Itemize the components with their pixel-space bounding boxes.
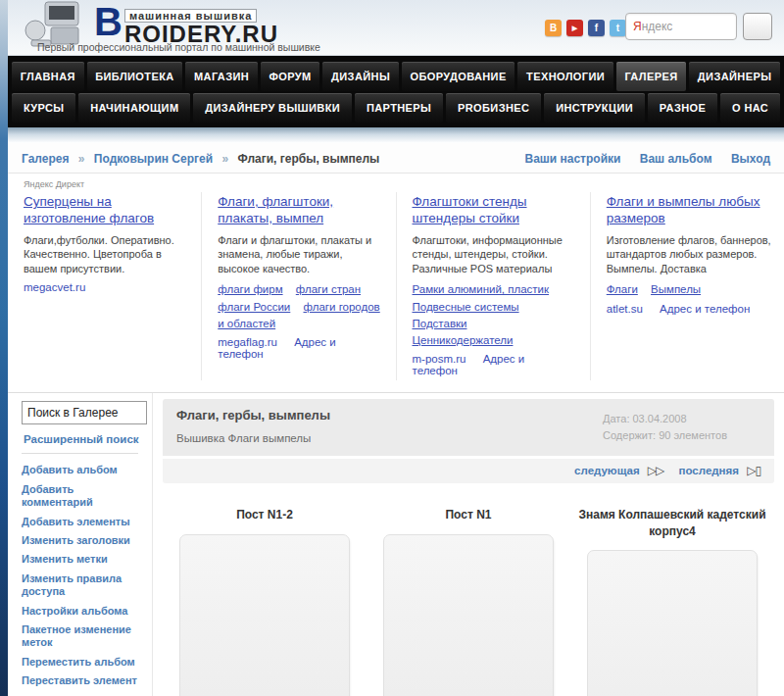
nav-item-dizayny[interactable]: ДИЗАЙНЫ (322, 62, 398, 91)
breadcrumb-separator: » (78, 152, 85, 166)
facebook-icon[interactable]: f (588, 20, 605, 36)
nav-item-glavnaya[interactable]: ГЛАВНАЯ (12, 62, 84, 91)
next-page-icon[interactable]: ▷▷ (648, 464, 663, 477)
gallery-card: Пост N1 Дата: 10.06.2015 Новый « операци… (367, 507, 570, 696)
nav-item-kursy[interactable]: КУРСЫ (12, 93, 75, 123)
ad-sublink[interactable]: флаги России (218, 301, 290, 313)
gallery-card: Знамя Колпашевский кадетский корпус4 Дат… (570, 507, 774, 696)
advanced-search: Расширенный поиск (24, 433, 146, 445)
ad-domain-link[interactable]: atlet.su (607, 303, 643, 315)
nav-item-magazin[interactable]: МАГАЗИН (185, 62, 258, 91)
ad-links: Рамки алюминий, пластик Подвесные систем… (413, 281, 580, 349)
album-meta: Дата: 03.04.2008 Содержит: 90 элементов (603, 408, 760, 444)
album-header: Флаги, гербы, вымпелы Вышивка Флаги вымп… (163, 399, 774, 456)
ad-domain-link[interactable]: megaflag.ru (218, 336, 277, 348)
site-header: B машинная вышивка ROIDERY.RU Первый про… (8, 0, 784, 56)
sidebar-item-add-album[interactable]: Добавить альбом (22, 464, 146, 476)
nav-item-dizaynery[interactable]: ДИЗАЙНЕРЫ (689, 62, 780, 91)
social-links: B ▶ f t (545, 20, 626, 36)
card-title[interactable]: Знамя Колпашевский кадетский корпус4 (578, 507, 766, 538)
nav-item-tekhnologii[interactable]: ТЕХНОЛОГИИ (517, 62, 612, 91)
ad-footer: atlet.su Адрес и телефон (607, 303, 774, 315)
ad-links: Флаги Вымпелы (607, 281, 774, 298)
sidebar-item-add-comment[interactable]: Добавить комментарий (22, 483, 146, 510)
ad-links: флаги фирм флаги стран флаги России флаг… (218, 281, 385, 332)
sidebar-item-move-album[interactable]: Переместить альбом (22, 656, 146, 669)
ad-footer: m-posm.ru Адрес и телефон (413, 353, 580, 376)
ad-item: Флаги и вымпелы любых размеров Изготовле… (591, 192, 784, 380)
breadcrumb-current: Флаги, гербы, вымпелы (237, 152, 379, 166)
ad-title-link[interactable]: Флаги и вымпелы любых размеров (607, 194, 774, 227)
nav-item-probiznes[interactable]: PROБИЗНЕС (446, 93, 541, 123)
ad-domain-link[interactable]: m-posm.ru (413, 353, 466, 365)
page: B машинная вышивка ROIDERY.RU Первый про… (0, 0, 784, 696)
nav-item-raznoe[interactable]: РАЗНОЕ (648, 93, 717, 123)
user-settings-link[interactable]: Ваши настройки (524, 152, 620, 166)
card-title[interactable]: Пост N1-2 (171, 507, 359, 522)
ad-sublink[interactable]: Рамки алюминий, пластик (413, 283, 550, 295)
site-tagline: Первый профессиональный портал по машинн… (37, 41, 320, 53)
nav-item-forum[interactable]: ФОРУМ (261, 62, 320, 91)
ad-title-link[interactable]: Флагштоки стенды штендеры стойки (413, 194, 580, 227)
sidebar-divider (22, 453, 138, 454)
nav-item-instruktsii[interactable]: ИНСТРУКЦИИ (544, 93, 645, 123)
breadcrumb-author-link[interactable]: Подковырин Сергей (94, 152, 213, 166)
ad-domain-link[interactable]: megacvet.ru (24, 281, 85, 293)
nav-item-oborudovanie[interactable]: ОБОРУДОВАНИЕ (402, 62, 515, 91)
gallery-card: Пост N1-2 Дата: 10.06.2015 Новый « опера… (163, 507, 367, 696)
nav-item-partnery[interactable]: ПАРТНЕРЫ (355, 93, 443, 123)
sidebar-item-edit-titles[interactable]: Изменить заголовки (22, 534, 146, 547)
ad-title-link[interactable]: Суперцены на изготовление флагов (24, 194, 191, 227)
yandex-search-input[interactable] (626, 14, 736, 39)
card-title[interactable]: Пост N1 (374, 507, 563, 522)
nav-item-o-nas[interactable]: О НАС (720, 93, 780, 123)
sidebar-menu: Добавить альбом Добавить комментарий Доб… (22, 464, 146, 696)
user-album-link[interactable]: Ваш альбом (640, 152, 712, 166)
ad-sublink[interactable]: флаги стран (296, 283, 361, 295)
sidebar-item-edit-permissions[interactable]: Изменить правила доступа (22, 572, 146, 599)
last-page-icon[interactable]: ▷▯ (747, 464, 760, 477)
left-accent-strip (0, 0, 8, 696)
nav-item-galereya-active[interactable]: ГАЛЕРЕЯ (616, 62, 686, 91)
ad-contact-link[interactable]: Адрес и телефон (660, 303, 750, 315)
gallery-search-input[interactable] (22, 401, 147, 424)
album-subtitle: Вышивка Флаги вымпелы (176, 432, 330, 444)
card-thumbnail[interactable] (179, 534, 350, 696)
ad-body: Флаги,футболки. Оперативно. Качественно.… (24, 233, 191, 276)
sidebar-item-album-settings[interactable]: Настройки альбома (22, 605, 146, 618)
search-button[interactable] (743, 13, 772, 40)
ad-sublink[interactable]: Ценникодержатели (413, 334, 514, 346)
card-thumbnail[interactable] (587, 550, 758, 696)
nav-shadow (8, 127, 784, 143)
sidebar-item-edit-tags[interactable]: Изменить метки (22, 553, 146, 566)
ad-sublink[interactable]: Подвесные системы (413, 301, 519, 313)
logout-link[interactable]: Выход (731, 152, 770, 166)
nav-item-biblioteka[interactable]: БИБЛИОТЕКА (87, 62, 183, 91)
sidebar: Расширенный поиск Добавить альбом Добави… (8, 393, 153, 696)
youtube-icon[interactable]: ▶ (566, 20, 583, 36)
brand-initial: B (94, 1, 122, 42)
ad-sublink[interactable]: Флаги (607, 283, 638, 295)
ad-title-link[interactable]: Флаги, флагштоки, плакаты, вымпел (218, 194, 385, 227)
advanced-search-link[interactable]: Расширенный поиск (24, 433, 139, 445)
search-box: Яндекс (625, 13, 737, 40)
site-search: Яндекс (625, 13, 772, 40)
breadcrumb-bar: Галерея » Подковырин Сергей » Флаги, гер… (8, 143, 784, 174)
sidebar-item-add-items[interactable]: Добавить элементы (22, 516, 146, 528)
breadcrumb-gallery-link[interactable]: Галерея (22, 152, 69, 166)
nav-item-nachinayushchim[interactable]: НАЧИНАЮЩИМ (78, 93, 190, 123)
pagination-next-link[interactable]: следующая (574, 465, 640, 476)
sidebar-item-reorder-item[interactable]: Переставить элемент (22, 674, 146, 687)
breadcrumb-separator: » (221, 152, 228, 166)
ad-body: Флагштоки, информационные стенды, штенде… (413, 233, 580, 276)
ad-sublink[interactable]: флаги фирм (218, 283, 282, 295)
sidebar-item-batch-tags[interactable]: Пакетное изменение меток (22, 623, 146, 650)
twitter-icon[interactable]: t (610, 20, 626, 36)
ad-sublink[interactable]: Вымпелы (651, 283, 701, 295)
card-thumbnail[interactable] (383, 534, 554, 696)
album-date: Дата: 03.04.2008 (603, 411, 727, 427)
ad-sublink[interactable]: Подставки (413, 318, 467, 329)
nav-item-dizayneru-vyshivki[interactable]: ДИЗАЙНЕРУ ВЫШИВКИ (193, 93, 352, 123)
pagination-last-link[interactable]: последняя (679, 465, 739, 476)
blogger-icon[interactable]: B (545, 20, 562, 36)
